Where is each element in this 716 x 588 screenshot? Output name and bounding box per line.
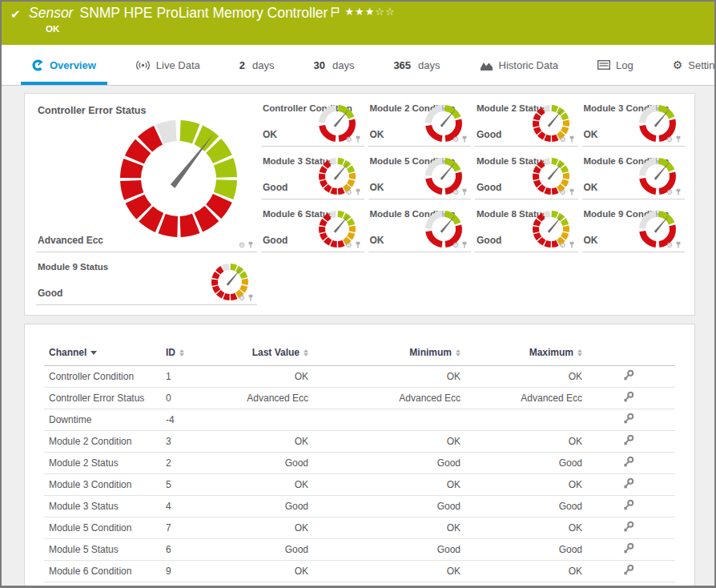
channel-name[interactable]: Controller Error Status [49, 393, 144, 404]
tab-overview[interactable]: Overview [21, 45, 107, 85]
pin-icon[interactable] [461, 188, 468, 197]
tab-historic-data[interactable]: Historic Data [469, 45, 569, 85]
priority-stars[interactable]: ★★★☆☆ [344, 6, 395, 18]
pin-icon[interactable] [355, 241, 361, 250]
table-row: Downtime-4 [44, 409, 675, 431]
gear-icon[interactable]: ⚙ [453, 242, 459, 249]
pin-icon[interactable] [355, 188, 361, 197]
gear-icon[interactable]: ⚙ [453, 189, 459, 196]
pin-icon[interactable] [355, 135, 361, 144]
wrench-icon[interactable] [622, 521, 635, 535]
gear-icon[interactable]: ⚙ [666, 189, 673, 196]
tab-label: Live Data [156, 59, 200, 71]
column-header-maximum[interactable]: Maximum [461, 344, 582, 366]
gear-icon[interactable]: ⚙ [666, 242, 673, 249]
channel-name[interactable]: Module 2 Status [49, 457, 119, 469]
gauge-module-3-condition[interactable]: Module 3 ConditionOK⚙ [582, 100, 686, 147]
pin-icon[interactable] [675, 188, 682, 197]
column-header-last-value[interactable]: Last Value [243, 344, 308, 366]
gauge-value: OK [584, 129, 598, 140]
wrench-icon[interactable] [622, 542, 635, 557]
gauge-module-9-condition[interactable]: Module 9 ConditionOK⚙ [582, 206, 686, 252]
wrench-icon[interactable] [622, 369, 635, 384]
pin-icon[interactable] [461, 241, 468, 250]
gauge-value: Good [263, 182, 288, 193]
gauge-value: OK [370, 235, 384, 246]
wrench-icon[interactable] [622, 434, 635, 449]
gear-icon[interactable]: ⚙ [666, 136, 673, 143]
channel-name[interactable]: Module 5 Condition [49, 522, 131, 534]
gauge-module-5-status[interactable]: Module 5 StatusGood⚙ [475, 153, 578, 199]
channel-maximum: Advanced Ecc [521, 393, 582, 404]
gear-icon[interactable]: ⚙ [345, 136, 352, 143]
wrench-icon[interactable] [622, 564, 635, 578]
channel-name[interactable]: Module 5 Status [49, 544, 119, 555]
gear-icon[interactable]: ⚙ [559, 189, 565, 196]
wrench-icon[interactable] [622, 499, 635, 513]
tab-2-days[interactable]: 2days [228, 45, 286, 85]
gauges-panel: Controller Error StatusAdvanced Ecc⚙Cont… [24, 93, 695, 316]
gauge-controller-condition[interactable]: Controller ConditionOK⚙ [261, 100, 364, 147]
gauge-module-6-condition[interactable]: Module 6 ConditionOK⚙ [582, 153, 686, 199]
column-header-channel[interactable]: Channel [44, 344, 166, 366]
gear-icon[interactable]: ⚙ [559, 242, 565, 249]
pin-icon[interactable] [247, 294, 254, 303]
wrench-icon[interactable] [622, 456, 635, 470]
gauge-module-6-status[interactable]: Module 6 StatusGood⚙ [261, 206, 364, 252]
pin-icon[interactable] [461, 135, 468, 144]
pin-icon[interactable] [247, 241, 254, 250]
channel-name[interactable]: Module 6 Condition [49, 566, 131, 577]
gauge-module-8-status[interactable]: Module 8 StatusGood⚙ [475, 206, 578, 252]
pin-icon[interactable] [569, 135, 575, 144]
tab-label: days [252, 59, 274, 71]
column-header-minimum[interactable]: Minimum [308, 344, 461, 366]
gauge-value: OK [370, 182, 384, 193]
channel-name[interactable]: Module 3 Condition [49, 479, 131, 490]
channel-maximum: OK [569, 371, 582, 382]
pin-icon[interactable] [675, 241, 682, 250]
channel-id: 2 [166, 457, 171, 469]
tab-log[interactable]: Log [586, 45, 645, 85]
gauge-module-2-status[interactable]: Module 2 StatusGood⚙ [475, 100, 578, 147]
table-row: Module 3 Condition5OKOKOK [44, 474, 675, 496]
gauge-module-5-condition[interactable]: Module 5 ConditionOK⚙ [368, 153, 472, 199]
gauge-module-3-status[interactable]: Module 3 StatusGood⚙ [261, 153, 364, 199]
table-row: Controller Error Status0Advanced EccAdva… [44, 388, 675, 409]
gauge-module-2-condition[interactable]: Module 2 ConditionOK⚙ [368, 100, 472, 147]
pin-icon[interactable] [569, 188, 575, 197]
gear-icon[interactable]: ⚙ [345, 242, 352, 249]
wrench-icon[interactable] [622, 391, 635, 405]
table-row: Module 2 Status2GoodGoodGood [44, 453, 675, 474]
channel-name[interactable]: Controller Condition [49, 371, 134, 382]
gauge-module-9-status[interactable]: Module 9 StatusGood⚙ [36, 259, 257, 305]
channel-name[interactable]: Downtime [49, 414, 91, 425]
gear-icon[interactable]: ⚙ [453, 136, 459, 143]
column-label: Last Value [252, 347, 300, 358]
wrench-icon[interactable] [622, 477, 635, 492]
sort-both-icon [456, 349, 461, 356]
channel-name[interactable]: Module 3 Status [49, 501, 119, 512]
pin-icon[interactable] [569, 241, 575, 250]
channel-last-value: OK [295, 522, 308, 534]
tab-365-days[interactable]: 365days [382, 45, 451, 85]
gear-icon[interactable]: ⚙ [239, 295, 245, 302]
channel-maximum: Good [559, 457, 582, 469]
sort-both-icon [577, 349, 582, 356]
gear-icon[interactable]: ⚙ [345, 189, 352, 196]
gauge-value: Good [477, 129, 501, 140]
tab-30-days[interactable]: 30days [302, 45, 365, 85]
tab-live-data[interactable]: Live Data [124, 45, 211, 85]
channel-name[interactable]: Module 2 Condition [49, 436, 131, 447]
wrench-icon[interactable] [622, 413, 635, 427]
gauge-controller-error-status[interactable]: Controller Error StatusAdvanced Ecc⚙ [36, 100, 257, 252]
column-label: ID [166, 347, 175, 358]
gear-icon[interactable]: ⚙ [239, 242, 245, 249]
pin-icon[interactable] [675, 135, 682, 144]
gauge-module-8-condition[interactable]: Module 8 ConditionOK⚙ [368, 206, 472, 252]
channel-id: 0 [166, 393, 171, 404]
column-header-id[interactable]: ID [166, 344, 243, 366]
flag-icon[interactable] [331, 5, 340, 22]
gear-icon[interactable]: ⚙ [559, 136, 565, 143]
channel-id: 4 [166, 501, 171, 512]
tab-settings[interactable]: ⚙Settings [662, 45, 714, 85]
